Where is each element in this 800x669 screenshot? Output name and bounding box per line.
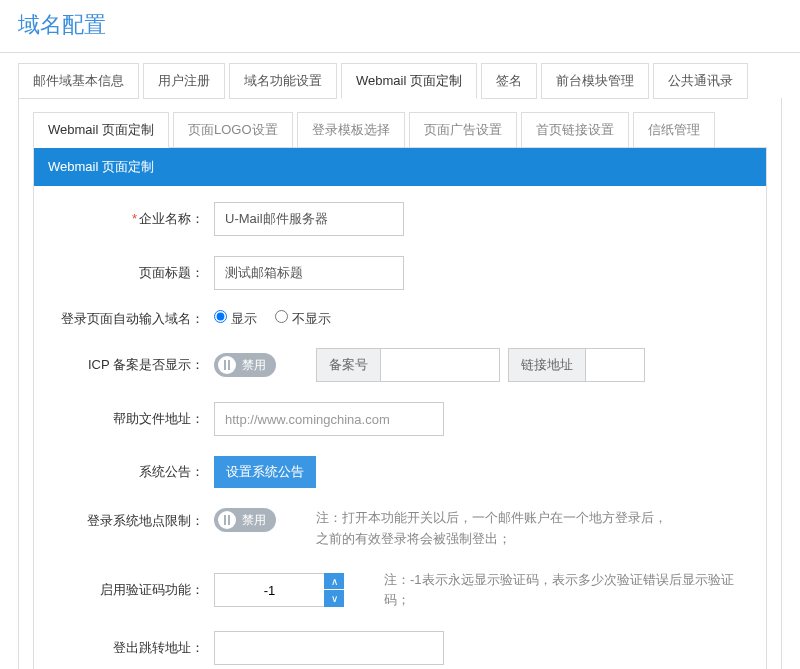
input-logout-url[interactable] bbox=[214, 631, 444, 665]
btn-set-notice[interactable]: 设置系统公告 bbox=[214, 456, 316, 488]
outer-tab-2[interactable]: 域名功能设置 bbox=[229, 63, 337, 99]
outer-tab-5[interactable]: 前台模块管理 bbox=[541, 63, 649, 99]
addon-label-record: 备案号 bbox=[316, 348, 380, 382]
row-captcha: 启用验证码功能： ∧ ∨ 注：-1表示永远显示验证码，表示多少次验证错误后显示验… bbox=[44, 560, 756, 622]
note-captcha: 注：-1表示永远显示验证码，表示多少次验证错误后显示验证码； bbox=[384, 570, 744, 612]
row-auto-domain: 登录页面自动输入域名： 显示 不显示 bbox=[44, 300, 756, 338]
outer-tab-0[interactable]: 邮件域基本信息 bbox=[18, 63, 139, 99]
row-page-title: 页面标题： bbox=[44, 246, 756, 300]
toggle-icp[interactable]: 禁用 bbox=[214, 353, 276, 377]
input-captcha[interactable] bbox=[214, 573, 324, 607]
input-company[interactable] bbox=[214, 202, 404, 236]
row-logout-url: 登出跳转地址： bbox=[44, 621, 756, 669]
addon-label-link: 链接地址 bbox=[508, 348, 585, 382]
label-icp: ICP 备案是否显示： bbox=[44, 356, 214, 374]
inner-tab-1[interactable]: 页面LOGO设置 bbox=[173, 112, 293, 148]
label-captcha: 启用验证码功能： bbox=[44, 581, 214, 599]
label-company: *企业名称： bbox=[44, 210, 214, 228]
inner-tab-4[interactable]: 首页链接设置 bbox=[521, 112, 629, 148]
label-notice: 系统公告： bbox=[44, 463, 214, 481]
outer-tab-6[interactable]: 公共通讯录 bbox=[653, 63, 748, 99]
outer-tab-1[interactable]: 用户注册 bbox=[143, 63, 225, 99]
panel-title: Webmail 页面定制 bbox=[34, 148, 766, 186]
outer-tabs: 邮件域基本信息用户注册域名功能设置Webmail 页面定制签名前台模块管理公共通… bbox=[0, 52, 800, 669]
note-login-limit: 注：打开本功能开关以后，一个邮件账户在一个地方登录后，之前的有效登录将会被强制登… bbox=[316, 508, 676, 550]
radio-show[interactable]: 显示 bbox=[214, 311, 257, 326]
inner-tabs: Webmail 页面定制页面LOGO设置登录模板选择页面广告设置首页链接设置信纸… bbox=[33, 112, 767, 148]
label-logout-url: 登出跳转地址： bbox=[44, 639, 214, 657]
label-auto-domain: 登录页面自动输入域名： bbox=[44, 310, 214, 328]
inner-tab-2[interactable]: 登录模板选择 bbox=[297, 112, 405, 148]
outer-tab-4[interactable]: 签名 bbox=[481, 63, 537, 99]
label-login-limit: 登录系统地点限制： bbox=[44, 508, 214, 530]
input-page-title[interactable] bbox=[214, 256, 404, 290]
row-notice: 系统公告： 设置系统公告 bbox=[44, 446, 756, 498]
stepper-down-icon[interactable]: ∨ bbox=[324, 590, 344, 607]
page-title: 域名配置 bbox=[0, 0, 800, 52]
input-icp-record[interactable] bbox=[380, 348, 500, 382]
inner-tab-5[interactable]: 信纸管理 bbox=[633, 112, 715, 148]
stepper-up-icon[interactable]: ∧ bbox=[324, 573, 344, 590]
label-help-url: 帮助文件地址： bbox=[44, 410, 214, 428]
outer-tab-3[interactable]: Webmail 页面定制 bbox=[341, 63, 477, 99]
row-help-url: 帮助文件地址： bbox=[44, 392, 756, 446]
inner-tab-3[interactable]: 页面广告设置 bbox=[409, 112, 517, 148]
panel-webmail: Webmail 页面定制 *企业名称： 页面标题： 登录页面自动输入域名： 显示… bbox=[33, 147, 767, 669]
label-page-title: 页面标题： bbox=[44, 264, 214, 282]
input-help-url[interactable] bbox=[214, 402, 444, 436]
input-icp-link[interactable] bbox=[585, 348, 645, 382]
row-login-limit: 登录系统地点限制： 禁用 注：打开本功能开关以后，一个邮件账户在一个地方登录后，… bbox=[44, 498, 756, 560]
toggle-login-limit[interactable]: 禁用 bbox=[214, 508, 276, 532]
row-company: *企业名称： bbox=[44, 192, 756, 246]
radio-hide[interactable]: 不显示 bbox=[275, 311, 331, 326]
row-icp: ICP 备案是否显示： 禁用 备案号 链接地址 bbox=[44, 338, 756, 392]
stepper-captcha: ∧ ∨ bbox=[214, 573, 344, 607]
inner-tab-0[interactable]: Webmail 页面定制 bbox=[33, 112, 169, 148]
